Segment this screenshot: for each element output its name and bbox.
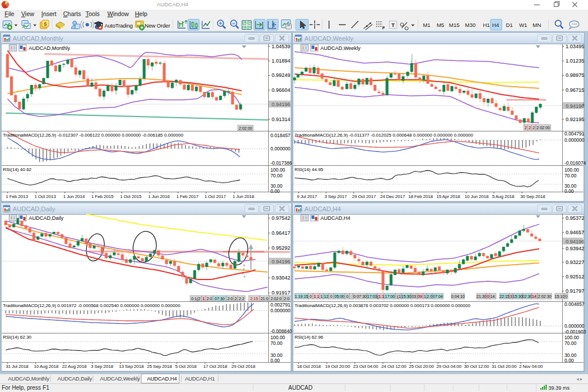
svg-text:1: 1 [320, 294, 323, 298]
svg-text:1.03495: 1.03495 [566, 44, 585, 49]
svg-text:AUDCAD,H4: AUDCAD,H4 [320, 215, 350, 221]
svg-text:RSI(14) 44.95: RSI(14) 44.95 [295, 167, 323, 172]
svg-text:0.94657: 0.94657 [566, 230, 585, 235]
svg-text:1 Jun 2018: 1 Jun 2018 [233, 194, 254, 199]
svg-text:0: 0 [565, 294, 567, 298]
svg-text:10 Aug 2018: 10 Aug 2018 [34, 364, 59, 369]
svg-text:2:2: 2:2 [239, 297, 245, 301]
svg-text::: : [351, 294, 352, 298]
svg-text:9 Jul 2017: 9 Jul 2017 [297, 194, 318, 199]
svg-text:0:07:30: 0:07:30 [353, 294, 366, 298]
svg-text:31 Oct 20:00: 31 Oct 20:00 [492, 364, 517, 369]
svg-text:3 Sep 2018: 3 Sep 2018 [91, 364, 114, 369]
svg-text:1: 1 [203, 297, 205, 301]
svg-text:39.39 ms: 39.39 ms [548, 385, 570, 391]
svg-text:31 Jul 2018: 31 Jul 2018 [6, 364, 29, 369]
svg-text:07:04: 07:04 [433, 294, 443, 298]
svg-text:For Help, press F1: For Help, press F1 [2, 385, 49, 391]
svg-text:TraditionalMACD(12,26,9) 0.001: TraditionalMACD(12,26,9) 0.001972 -0.000… [3, 303, 180, 308]
svg-text:0.000000: 0.000000 [270, 146, 291, 152]
svg-text:15:30: 15:30 [513, 294, 523, 298]
svg-text:13 Sep 2018: 13 Sep 2018 [119, 364, 144, 369]
svg-text:0: 0 [346, 294, 349, 298]
svg-text:0.96715: 0.96715 [566, 87, 585, 93]
svg-text:0.94196: 0.94196 [272, 102, 291, 107]
svg-text:0.99249: 0.99249 [272, 72, 291, 78]
svg-text:TraditionalMACD(12,26,9) -0.01: TraditionalMACD(12,26,9) -0.011377 -0.01… [295, 133, 473, 138]
svg-text:AUDCAD,Daily: AUDCAD,Daily [29, 215, 64, 221]
svg-text:70.00: 70.00 [564, 340, 577, 346]
svg-text:0.00: 0.00 [270, 188, 280, 194]
svg-text:1.01894: 1.01894 [272, 58, 291, 64]
svg-text:AUDCAD,Monthly: AUDCAD,Monthly [29, 45, 71, 51]
svg-text:21:0: 21:0 [261, 297, 269, 301]
svg-text:0.91797: 0.91797 [566, 288, 585, 294]
svg-text:29 Oct 2018: 29 Oct 2018 [231, 364, 256, 369]
svg-text:18 Feb 2018: 18 Feb 2018 [408, 194, 433, 199]
svg-text:21:30: 21:30 [477, 294, 487, 298]
svg-text:2.0: 2.0 [427, 294, 432, 298]
svg-text:25 Oct 20:00: 25 Oct 20:00 [409, 364, 434, 369]
svg-text:70.00: 70.00 [564, 173, 577, 178]
svg-text:0.95292: 0.95292 [272, 245, 291, 251]
svg-text:0.000000: 0.000000 [564, 323, 585, 329]
svg-text:70.00: 70.00 [270, 173, 283, 178]
svg-text:AUDCAD,Weekly: AUDCAD,Weekly [100, 376, 140, 382]
svg-text:07:30: 07:30 [215, 297, 225, 301]
svg-text:2:02:00: 2:02:00 [239, 126, 252, 130]
svg-text:AUDCAD,Daily: AUDCAD,Daily [13, 205, 55, 212]
svg-text:25 Sep 2018: 25 Sep 2018 [147, 364, 172, 369]
svg-text:17:00: 17:00 [385, 294, 395, 298]
svg-text:18 Oct 2018: 18 Oct 2018 [297, 364, 321, 369]
svg-text:0: 0 [330, 294, 332, 298]
svg-text:0.94196: 0.94196 [566, 239, 585, 244]
svg-text:1 Oct 2013: 1 Oct 2013 [34, 194, 56, 199]
svg-text:0.00: 0.00 [270, 358, 280, 363]
svg-text:0: 0 [310, 294, 312, 298]
svg-text:19 Oct 20:00: 19 Oct 20:00 [325, 364, 350, 369]
svg-text:AUDCAD,Weekly: AUDCAD,Weekly [304, 35, 354, 42]
svg-text:1 Feb 2015: 1 Feb 2015 [91, 194, 114, 199]
svg-text:0.000000: 0.000000 [270, 308, 291, 313]
svg-text:0.93942: 0.93942 [566, 246, 585, 251]
svg-text:0.94196: 0.94196 [566, 103, 585, 109]
svg-text:22 Aug 2018: 22 Aug 2018 [62, 364, 87, 369]
svg-text:AUDCAD,Monthly: AUDCAD,Monthly [13, 35, 64, 42]
svg-text:0.004791: 0.004791 [564, 131, 585, 137]
svg-text:02:30: 02:30 [522, 294, 532, 298]
svg-text:29 Oct 04:00: 29 Oct 04:00 [436, 364, 462, 369]
svg-text:70.00: 70.00 [270, 340, 283, 346]
svg-text:15:10: 15:10 [555, 294, 565, 298]
svg-text:-0.016074: -0.016074 [564, 160, 586, 166]
svg-text:17 Oct 2018: 17 Oct 2018 [203, 364, 227, 369]
svg-text:AUDCAD,H4: AUDCAD,H4 [147, 376, 177, 382]
svg-text:1 Oct 2015: 1 Oct 2015 [120, 194, 142, 199]
svg-text:0.97542: 0.97542 [272, 215, 291, 221]
svg-text:2: 2 [235, 297, 237, 301]
svg-text:TraditionalMACD(12,26,9) -0.01: TraditionalMACD(12,26,9) -0.012307 -0.00… [3, 133, 184, 138]
svg-text:0.93227: 0.93227 [566, 259, 585, 265]
svg-text:2:02:00: 2:02:00 [536, 126, 550, 130]
svg-text:◂ ▸: ◂ ▸ [577, 377, 582, 382]
svg-text:2: 2 [529, 126, 531, 130]
svg-text:2:15: 2:15 [250, 297, 258, 301]
svg-text:100.00: 100.00 [564, 335, 579, 340]
svg-text:AUDCAD,Weekly: AUDCAD,Weekly [320, 45, 361, 51]
svg-text:2: 2 [525, 126, 527, 130]
svg-text:1 Jun 2014: 1 Jun 2014 [63, 194, 85, 199]
svg-text:10 Jun 2018: 10 Jun 2018 [465, 194, 489, 199]
svg-text:24 Dec 2017: 24 Dec 2017 [380, 194, 405, 199]
svg-text::(1: :(1 [396, 294, 401, 299]
svg-text:2:0: 2:0 [284, 297, 289, 301]
svg-text:14:: 14: [532, 294, 537, 298]
svg-text:-0.017386: -0.017386 [270, 160, 292, 166]
svg-text:0.95372: 0.95372 [566, 215, 585, 221]
svg-text:1 Feb 2017: 1 Feb 2017 [176, 194, 199, 199]
svg-text:12: 12 [324, 294, 328, 298]
svg-text:0.002791: 0.002791 [270, 302, 291, 308]
svg-text:0.98975: 0.98975 [566, 72, 585, 78]
svg-text:AUDCAD,H4: AUDCAD,H4 [304, 205, 341, 212]
svg-text:2: 2 [533, 126, 535, 130]
svg-text:1:19:15: 1:19:15 [295, 294, 308, 298]
svg-text:0.91314: 0.91314 [272, 117, 291, 122]
